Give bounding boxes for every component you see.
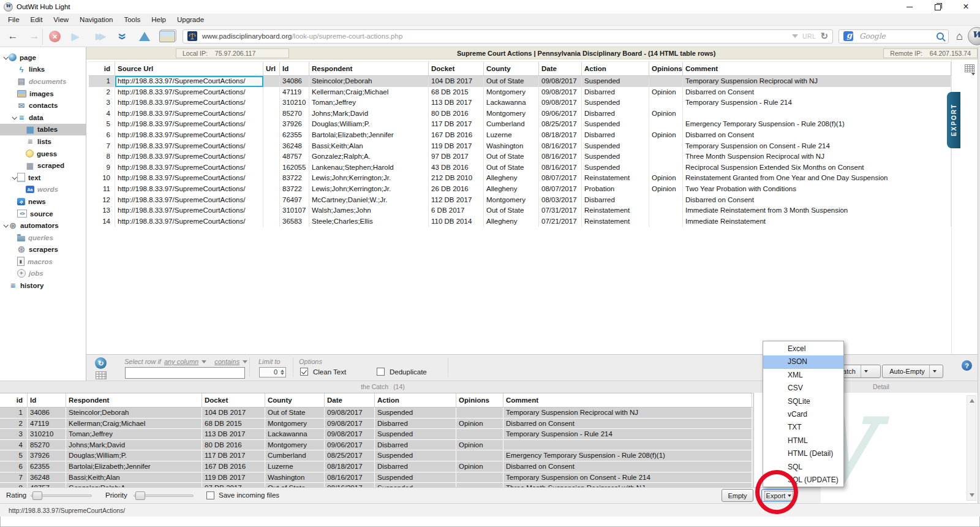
table-row[interactable]: 485270Johns;Mark;David80 DB 2016Montgome… [0,440,753,451]
sidebar-item-macros[interactable]: macros [0,256,86,268]
sidebar-item-news[interactable]: news [0,195,86,208]
detail-scrollbar[interactable] [967,395,976,501]
table-row[interactable]: 4http://198.8.33.97/SupremeCourtActions/… [89,108,951,119]
operator-dropdown-icon[interactable] [243,360,247,363]
table-row[interactable]: 13http://198.8.33.97/SupremeCourtActions… [89,205,951,216]
limit-spinner[interactable]: 0 [259,367,286,377]
sidebar-item-scrapers[interactable]: scrapers [0,244,86,256]
sidebar-item-queries[interactable]: queries [0,232,86,244]
export-option-sql-update[interactable]: SQL (UPDATE) [763,474,843,487]
menu-upgrade[interactable]: Upgrade [172,13,209,26]
close-icon[interactable] [952,0,980,13]
table-row[interactable]: 7http://198.8.33.97/SupremeCourtActions/… [89,141,951,152]
auto-empty-dropdown-icon[interactable] [929,365,940,377]
table-row[interactable]: 8http://198.8.33.97/SupremeCourtActions/… [89,151,951,162]
deduplicate-checkbox[interactable] [377,368,385,376]
back-icon[interactable] [6,29,20,43]
column-header-action[interactable]: Action [375,393,456,407]
search-icon[interactable] [937,32,944,40]
menu-view[interactable]: View [48,13,74,26]
column-dropdown[interactable]: any column [164,358,198,365]
export-option-sql[interactable]: SQL [763,461,843,474]
url-history-dropdown-icon[interactable] [792,34,798,38]
column-dropdown-icon[interactable] [202,360,206,363]
reload-icon[interactable] [820,31,828,42]
scroll-up-icon[interactable] [970,399,974,403]
column-header-date[interactable]: Date [325,393,375,407]
table-row[interactable]: 134086Steincolor;Deborah104 DB 2017Out o… [0,408,753,419]
empty-button[interactable]: Empty [722,489,753,502]
table-row[interactable]: 14http://198.8.33.97/SupremeCourtActions… [89,216,951,227]
table-row[interactable]: 6http://198.8.33.97/SupremeCourtActions/… [89,130,951,141]
chevron-down-icon[interactable] [2,224,9,227]
column-picker-icon[interactable] [965,64,974,72]
column-header-comment[interactable]: Comment [503,393,752,407]
table-row[interactable]: 662355Bartolai;Elizabeth;Jennifer167 DB … [0,461,753,472]
column-header-county[interactable]: County [484,62,539,75]
run-icon[interactable] [69,29,82,43]
column-header-respondent[interactable]: Respondent [66,393,202,407]
forward-icon[interactable] [28,29,41,43]
up-icon[interactable] [138,29,151,43]
stop-icon[interactable] [49,31,61,42]
column-header-id[interactable]: Id [28,393,66,407]
table-row[interactable]: 736248Bassi;Keith;Alan119 DB 2017Washing… [0,472,753,483]
refresh-icon[interactable] [95,357,107,369]
export-option-excel[interactable]: Excel [763,343,843,355]
table-row[interactable]: 1http://198.8.33.97/SupremeCourtActions/… [89,76,951,87]
column-header-date[interactable]: Date [539,62,582,75]
column-header-docket[interactable]: Docket [202,393,265,407]
outwit-logo-icon[interactable] [968,27,980,45]
sidebar-item-jobs[interactable]: jobs [0,268,86,280]
sidebar-item-images[interactable]: images [0,88,86,100]
priority-slider[interactable] [134,495,194,497]
sidebar-item-scraped[interactable]: scraped [0,159,86,172]
table-row[interactable]: 247119Kellerman;Craig;Michael68 DB 2015M… [0,419,753,430]
rating-slider-handle[interactable] [32,491,42,500]
column-header-id[interactable]: id [0,393,28,407]
sidebar-item-words[interactable]: words [0,184,86,196]
sidebar-item-tables[interactable]: tables [0,124,86,136]
menu-navigation[interactable]: Navigation [74,13,118,26]
grid-view-icon[interactable] [96,371,107,379]
column-header-id[interactable]: id [89,62,115,75]
save-incoming-files-checkbox[interactable] [206,491,214,499]
column-header-url[interactable]: Url [263,62,280,75]
search-input[interactable] [858,31,922,41]
column-header-docket[interactable]: Docket [429,62,484,75]
export-option-sqlite[interactable]: SQLite [763,395,843,408]
fast-forward-icon[interactable] [90,29,108,43]
table-row[interactable]: 2http://198.8.33.97/SupremeCourtActions/… [89,87,951,98]
table-row[interactable]: 537926Douglas;William;P.117 DB 2017Cumbe… [0,450,753,461]
operator-dropdown[interactable]: contains [214,358,239,365]
export-option-vcard[interactable]: vCard [763,408,843,421]
catch-dropdown-icon[interactable] [861,365,871,377]
url-input[interactable]: www.padisciplinaryboard.org/look-up/supr… [183,29,833,44]
column-header-action[interactable]: Action [582,62,649,75]
table-row[interactable]: 3310210Toman;Jeffrey113 DB 2017Lackawann… [0,429,753,440]
column-header-opinions[interactable]: Opinions [649,62,683,75]
sidebar-item-automators[interactable]: automators [0,219,86,232]
sidebar-item-links[interactable]: links [0,64,86,76]
clean-text-checkbox[interactable] [300,368,308,376]
export-option-txt[interactable]: TXT [763,421,843,434]
menu-file[interactable]: File [2,13,25,26]
chevron-down-icon[interactable] [2,56,9,59]
table-row[interactable]: 5http://198.8.33.97/SupremeCourtActions/… [89,119,951,130]
filter-input[interactable] [125,367,245,379]
column-header-county[interactable]: County [265,393,325,407]
table-row[interactable]: 3http://198.8.33.97/SupremeCourtActions/… [89,97,951,108]
export-option-csv[interactable]: CSV [763,382,843,395]
export-option-xml[interactable]: XML [763,369,843,382]
rating-slider[interactable] [31,495,92,497]
slideshow-icon[interactable] [159,31,175,42]
sidebar-item-page[interactable]: page [0,51,86,64]
export-option-json[interactable]: JSON [763,355,843,368]
table-row[interactable]: 10http://198.8.33.97/SupremeCourtActions… [89,173,951,184]
minimize-icon[interactable] [895,0,924,13]
scroll-down-icon[interactable] [970,493,974,497]
export-side-tab[interactable]: EXPORT [947,92,960,148]
menu-help[interactable]: Help [146,13,172,26]
sidebar-item-guess[interactable]: guess [0,148,86,160]
auto-empty-button[interactable]: Auto-Empty [882,365,943,378]
